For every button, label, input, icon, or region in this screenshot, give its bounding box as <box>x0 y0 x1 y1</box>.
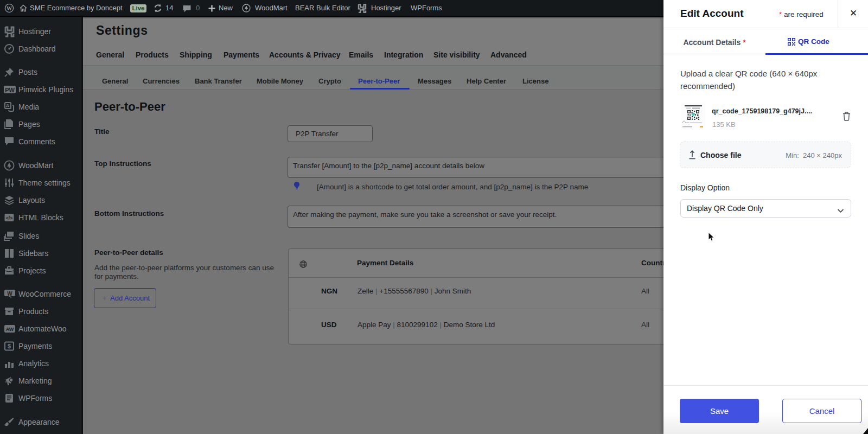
svg-text:W: W <box>7 291 12 297</box>
svg-text:</>: </> <box>6 215 12 221</box>
svg-text:$: $ <box>8 343 11 349</box>
svg-text:AW: AW <box>6 327 14 332</box>
svg-text:W: W <box>7 5 12 11</box>
svg-text:PW: PW <box>5 87 15 93</box>
